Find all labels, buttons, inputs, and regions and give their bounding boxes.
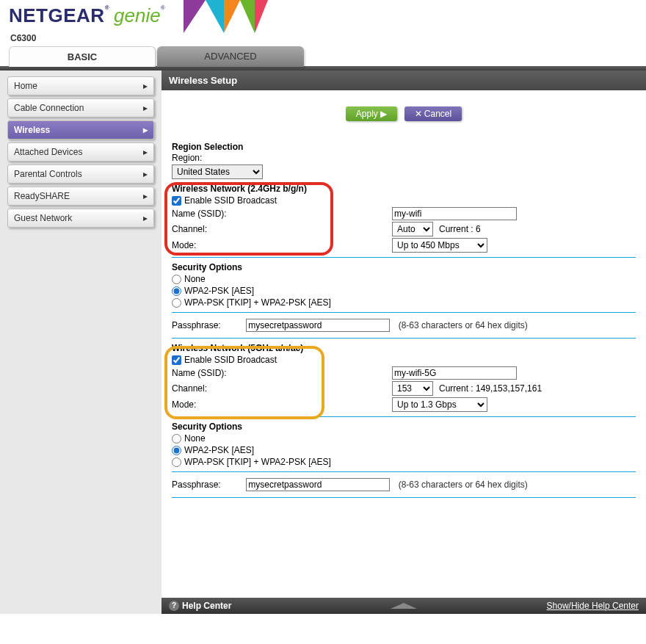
sec24-pass-hint: (8-63 characters or 64 hex digits) [399, 320, 528, 330]
w5-ssid-input[interactable] [392, 366, 517, 380]
sec5-mixed-label: WPA-PSK [TKIP] + WPA2-PSK [AES] [184, 457, 331, 467]
brand-product-sup: ® [161, 4, 165, 11]
model-label: C6300 [0, 29, 646, 46]
tab-basic[interactable]: BASIC [9, 46, 156, 67]
tab-advanced[interactable]: ADVANCED [157, 46, 304, 67]
sec24-mixed-label: WPA-PSK [TKIP] + WPA2-PSK [AES] [184, 297, 331, 308]
sec5-none-label: None [184, 433, 206, 444]
sidebar-item-label: Wireless [14, 121, 50, 139]
sec24-none-radio[interactable] [172, 275, 181, 284]
w24-ssid-input[interactable] [392, 207, 517, 220]
sidebar-item-readyshare[interactable]: ReadySHARE▸ [7, 187, 154, 206]
help-center-link[interactable]: ?Help Center [169, 601, 231, 611]
sidebar-item-attached-devices[interactable]: Attached Devices▸ [7, 142, 154, 162]
w24-channel-select[interactable]: Auto [392, 222, 433, 236]
caret-up-icon[interactable] [391, 603, 417, 609]
sec5-pass-hint: (8-63 characters or 64 hex digits) [399, 480, 528, 490]
show-hide-help-link[interactable]: Show/Hide Help Center [547, 601, 639, 611]
chevron-right-icon: ▸ [143, 187, 148, 205]
sidebar-item-label: Cable Connection [14, 99, 84, 117]
chevron-right-icon: ▸ [143, 209, 148, 227]
sidebar-item-parental-controls[interactable]: Parental Controls▸ [7, 164, 154, 184]
sec5-mixed-radio[interactable] [172, 457, 181, 467]
sec24-pass-label: Passphrase: [172, 320, 244, 330]
chevron-right-icon: ▸ [143, 121, 148, 139]
chevron-right-icon: ▸ [143, 99, 148, 117]
sidebar-item-label: ReadySHARE [14, 187, 70, 205]
sidebar-item-label: Guest Network [14, 209, 72, 227]
chevron-right-icon: ▸ [143, 143, 148, 161]
w24-channel-current: Current : 6 [439, 224, 481, 234]
sec5-pass-input[interactable] [246, 478, 390, 491]
sec5-head: Security Options [172, 422, 636, 432]
sidebar-item-guest-network[interactable]: Guest Network▸ [7, 209, 154, 228]
page-title: Wireless Setup [162, 70, 646, 90]
sec5-wpa2-label: WPA2-PSK [AES] [184, 445, 254, 455]
sec24-mixed-radio[interactable] [172, 298, 181, 308]
sec5-none-radio[interactable] [172, 434, 181, 444]
sec5-pass-label: Passphrase: [172, 480, 244, 490]
region-label: Region: [172, 153, 636, 163]
sidebar-item-cable-connection[interactable]: Cable Connection▸ [7, 98, 154, 117]
sec24-pass-input[interactable] [246, 319, 390, 332]
sec24-wpa2-radio[interactable] [172, 286, 181, 296]
w24-mode-select[interactable]: Up to 450 Mbps [392, 238, 487, 253]
logo-shapes [184, 0, 268, 33]
sec5-wpa2-radio[interactable] [172, 446, 181, 455]
w5-mode-label: Mode: [172, 399, 392, 410]
sidebar-item-wireless[interactable]: Wireless▸ [7, 120, 154, 140]
sidebar-item-home[interactable]: Home▸ [7, 76, 154, 95]
w24-enable-ssid-checkbox[interactable] [172, 196, 181, 206]
w5-enable-label: Enable SSID Broadcast [184, 355, 277, 365]
w5-channel-label: Channel: [172, 383, 392, 394]
w24-channel-label: Channel: [172, 224, 392, 234]
region-select[interactable]: United States [172, 164, 263, 179]
sec24-none-label: None [184, 274, 206, 284]
sidebar: Home▸ Cable Connection▸ Wireless▸ Attach… [0, 70, 162, 614]
brand-product: genie® [114, 4, 165, 27]
sec24-head: Security Options [172, 262, 636, 272]
region-head: Region Selection [172, 142, 636, 152]
brand-name: NETGEAR® [9, 4, 109, 27]
w24-head: Wireless Network (2.4GHz b/g/n) [172, 184, 636, 194]
sec24-wpa2-label: WPA2-PSK [AES] [184, 286, 254, 296]
brand-sup: ® [105, 4, 109, 11]
w5-head: Wireless Network (5GHz a/n/ac) [172, 343, 636, 353]
cancel-button[interactable]: ✕ Cancel [404, 106, 462, 121]
sidebar-item-label: Home [14, 77, 37, 95]
w24-name-label: Name (SSID): [172, 209, 392, 219]
apply-button[interactable]: Apply ▶ [346, 106, 397, 121]
sidebar-item-label: Parental Controls [14, 165, 82, 183]
w24-mode-label: Mode: [172, 240, 392, 250]
help-icon: ? [169, 601, 179, 611]
w5-name-label: Name (SSID): [172, 368, 392, 378]
chevron-right-icon: ▸ [143, 165, 148, 183]
w5-enable-ssid-checkbox[interactable] [172, 355, 181, 365]
w5-channel-select[interactable]: 153 [392, 381, 433, 396]
w24-enable-label: Enable SSID Broadcast [184, 195, 277, 206]
chevron-right-icon: ▸ [143, 77, 148, 95]
sidebar-item-label: Attached Devices [14, 143, 82, 161]
w5-channel-current: Current : 149,153,157,161 [439, 383, 542, 394]
help-footer: ?Help Center Show/Hide Help Center [162, 598, 646, 614]
w5-mode-select[interactable]: Up to 1.3 Gbps [392, 397, 487, 412]
